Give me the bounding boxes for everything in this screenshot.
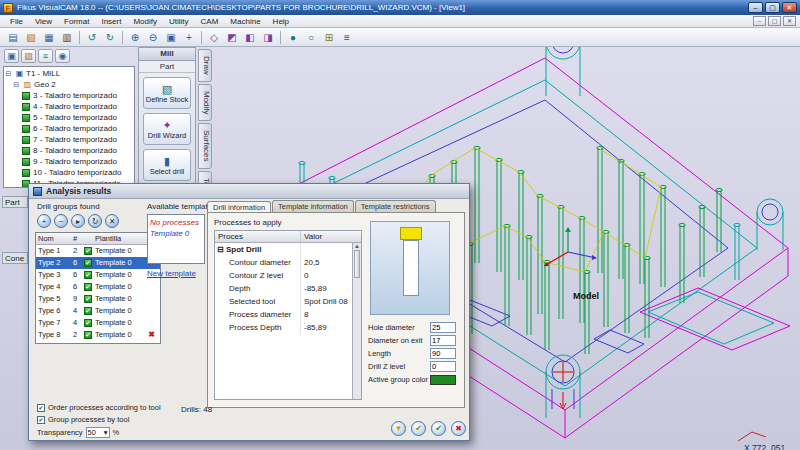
hole-diameter-input[interactable] — [430, 322, 456, 333]
close-button[interactable]: ✕ — [782, 2, 797, 13]
table-row[interactable]: Type 36✔Template 0 — [36, 269, 160, 281]
expander-icon[interactable]: ⊟ — [217, 245, 224, 254]
palette-icon[interactable]: ▨ — [21, 49, 36, 63]
process-row[interactable]: Process diameter8 — [215, 308, 361, 321]
tree-item[interactable]: 9 - Taladro temporizado — [4, 156, 134, 167]
remove-group-button[interactable]: − — [54, 214, 68, 228]
expander-icon[interactable]: ⊟ — [4, 70, 13, 78]
table-row[interactable]: Type 12✔Template 0 — [36, 245, 160, 257]
header-valor[interactable]: Valor — [301, 231, 361, 242]
tab-draw[interactable]: Draw — [198, 49, 212, 82]
view-front-icon[interactable]: ◧ — [242, 30, 258, 45]
view-top-icon[interactable]: ◩ — [224, 30, 240, 45]
process-row[interactable]: Process Depth-85,89 — [215, 321, 361, 334]
auto-group-button[interactable]: ▸ — [71, 214, 85, 228]
delete-group-button[interactable]: ✕ — [105, 214, 119, 228]
table-row[interactable]: Type 46✔Template 0 — [36, 281, 160, 293]
dialog-title-bar[interactable]: Analysis results — [29, 184, 469, 199]
active-group-color-swatch[interactable] — [430, 375, 456, 385]
wizard-step-label[interactable]: Part — [139, 61, 195, 73]
view-iso-icon[interactable]: ◇ — [206, 30, 222, 45]
add-group-button[interactable]: + — [37, 214, 51, 228]
print-icon[interactable]: ▥ — [59, 30, 75, 45]
tab-modify[interactable]: Modify — [198, 84, 212, 122]
maximize-button[interactable]: ▢ — [765, 2, 780, 13]
table-row[interactable]: Type 74✔Template 0 — [36, 317, 160, 329]
table-row[interactable]: Type 82✔Template 0✖ — [36, 329, 160, 341]
grid-icon[interactable]: ⊞ — [321, 30, 337, 45]
menu-insert[interactable]: Insert — [95, 17, 127, 26]
order-processes-checkbox[interactable]: ✔ — [37, 404, 45, 412]
tree-item[interactable]: 8 - Taladro temporizado — [4, 145, 134, 156]
zoom-in-icon[interactable]: ⊕ — [127, 30, 143, 45]
menu-machine[interactable]: Machine — [224, 17, 266, 26]
header-nom[interactable]: Nom — [36, 233, 69, 244]
tree-item[interactable]: 10 - Taladro temporizado — [4, 167, 134, 178]
tab-surfaces[interactable]: Surfaces — [198, 123, 212, 169]
options-icon[interactable]: ≡ — [339, 30, 355, 45]
screen-icon[interactable]: ▣ — [4, 49, 19, 63]
new-file-icon[interactable]: ▤ — [5, 30, 21, 45]
transparency-select[interactable]: 50▾ — [86, 427, 110, 438]
table-row-selected[interactable]: Type 26✔Template 0✖ — [36, 257, 160, 269]
group-processes-checkbox[interactable]: ✔ — [37, 416, 45, 424]
menu-help[interactable]: Help — [267, 17, 295, 26]
layers-icon[interactable]: ≡ — [38, 49, 53, 63]
mdi-minimize-button[interactable]: – — [753, 16, 766, 26]
menu-view[interactable]: View — [29, 17, 58, 26]
tree-item[interactable]: 4 - Taladro temporizado — [4, 101, 134, 112]
no-processes-item[interactable]: No processes — [150, 217, 202, 228]
tree-item[interactable]: 6 - Taladro temporizado — [4, 123, 134, 134]
save-icon[interactable]: ▦ — [41, 30, 57, 45]
redo-icon[interactable]: ↻ — [102, 30, 118, 45]
scroll-up-icon[interactable]: ▲ — [354, 243, 360, 249]
open-file-icon[interactable]: ▧ — [23, 30, 39, 45]
mdi-restore-button[interactable]: ▢ — [768, 16, 781, 26]
visibility-icon[interactable]: ◉ — [55, 49, 70, 63]
undo-icon[interactable]: ↺ — [84, 30, 100, 45]
header-proces[interactable]: Proces — [215, 231, 301, 242]
process-row[interactable]: Depth-85,89 — [215, 282, 361, 295]
tree-item[interactable]: 7 - Taladro temporizado — [4, 134, 134, 145]
tree-root[interactable]: ⊟ ▣ T1 - MILL — [4, 68, 134, 79]
define-stock-button[interactable]: ▧ Define Stock — [143, 77, 191, 109]
scrollbar-thumb[interactable] — [354, 250, 360, 278]
process-scrollbar[interactable]: ▲ — [352, 243, 361, 399]
process-row[interactable]: Contour diameter20,5 — [215, 256, 361, 269]
filter-button[interactable]: ▼ — [391, 421, 406, 436]
expander-icon[interactable]: ⊟ — [12, 81, 21, 89]
refresh-groups-button[interactable]: ↻ — [88, 214, 102, 228]
process-group-row[interactable]: ⊟ Spot Drill — [215, 243, 361, 256]
pan-icon[interactable]: + — [181, 30, 197, 45]
tree-group[interactable]: ⊟ ▨ Geo 2 — [4, 79, 134, 90]
header-check[interactable] — [81, 233, 95, 244]
cancel-button[interactable]: ✖ — [451, 421, 466, 436]
minimize-button[interactable]: – — [748, 2, 763, 13]
drill-wizard-button[interactable]: ✦ Drill Wizard — [143, 113, 191, 145]
verify-button[interactable]: ✔ — [411, 421, 426, 436]
process-row[interactable]: Contour Z level0 — [215, 269, 361, 282]
table-row[interactable]: Type 59✔Template 0 — [36, 293, 160, 305]
select-drill-button[interactable]: ▮ Select drill — [143, 149, 191, 181]
menu-format[interactable]: Format — [58, 17, 95, 26]
header-plantilla[interactable]: Plantilla — [95, 233, 145, 244]
tree-item[interactable]: 5 - Taladro temporizado — [4, 112, 134, 123]
menu-modify[interactable]: Modify — [127, 17, 163, 26]
template0-item[interactable]: Template 0 — [150, 228, 202, 239]
cone-panel-stub[interactable]: Cone — [2, 252, 28, 264]
table-row[interactable]: Type 64✔Template 0 — [36, 305, 160, 317]
menu-cam[interactable]: CAM — [195, 17, 225, 26]
process-row[interactable]: Selected toolSpot Drill 08 — [215, 295, 361, 308]
drill-z-level-input[interactable] — [430, 361, 456, 372]
new-template-link[interactable]: New template — [147, 269, 196, 278]
apply-button[interactable]: ✔ — [431, 421, 446, 436]
mdi-close-button[interactable]: ✕ — [783, 16, 796, 26]
header-count[interactable]: # — [69, 233, 81, 244]
wireframe-view-icon[interactable]: ○ — [303, 30, 319, 45]
diameter-on-exit-input[interactable] — [430, 335, 456, 346]
zoom-fit-icon[interactable]: ▣ — [163, 30, 179, 45]
zoom-out-icon[interactable]: ⊖ — [145, 30, 161, 45]
menu-utility[interactable]: Utility — [163, 17, 195, 26]
shaded-view-icon[interactable]: ● — [285, 30, 301, 45]
parts-panel-stub[interactable]: Part — [2, 196, 28, 208]
